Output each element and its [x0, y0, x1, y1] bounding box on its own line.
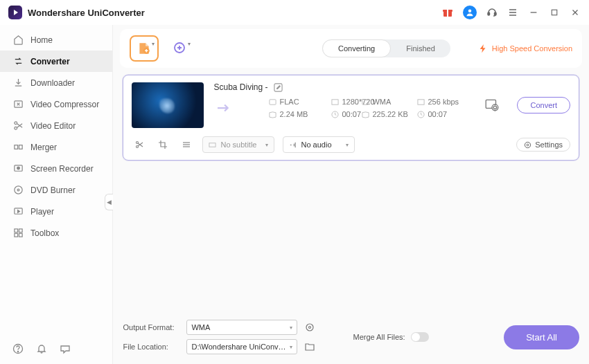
subtitle-value: No subtitle	[220, 140, 256, 149]
convert-button[interactable]: Convert	[517, 97, 570, 113]
sidebar-label: Merger	[30, 143, 57, 152]
svg-rect-26	[19, 233, 22, 237]
svg-rect-35	[418, 99, 424, 104]
svg-rect-5	[495, 12, 497, 15]
dst-size: 225.22 KB	[372, 110, 407, 118]
crop-icon[interactable]	[155, 137, 170, 152]
file-card: Scuba Diving - FLAC 1280*720 WMA 256 kbp…	[123, 75, 579, 161]
trim-icon[interactable]	[132, 137, 147, 152]
sidebar-item-dvd[interactable]: DVD Burner	[0, 179, 112, 201]
close-icon[interactable]	[570, 7, 581, 18]
compress-icon	[12, 99, 24, 110]
high-speed-button[interactable]: High Speed Conversion	[478, 44, 572, 53]
svg-rect-46	[209, 143, 216, 147]
sidebar-label: Home	[30, 35, 53, 45]
arrow-icon	[213, 102, 234, 114]
svg-point-49	[306, 324, 313, 331]
sidebar-item-home[interactable]: Home	[0, 29, 112, 51]
sidebar-item-recorder[interactable]: Screen Recorder	[0, 158, 112, 179]
svg-rect-16	[14, 145, 17, 149]
settings-label: Settings	[535, 140, 563, 149]
audio-dropdown[interactable]: No audio ▾	[283, 136, 355, 153]
user-avatar-icon[interactable]	[463, 6, 477, 19]
more-icon[interactable]	[179, 137, 194, 152]
src-size: 2.24 MB	[279, 110, 308, 118]
chevron-down-icon: ▾	[290, 344, 292, 350]
collapse-sidebar-icon[interactable]: ◀	[105, 194, 113, 210]
bell-icon[interactable]	[36, 343, 47, 354]
tab-finished[interactable]: Finished	[391, 39, 450, 57]
support-icon[interactable]	[486, 7, 498, 18]
edit-title-icon[interactable]	[274, 83, 283, 92]
app-title: Wondershare UniConverter	[28, 8, 145, 18]
toolbar: ▾ ▾ Converting Finished High Speed Conve…	[120, 29, 582, 68]
sidebar-label: Converter	[30, 57, 70, 66]
chevron-down-icon: ▾	[290, 325, 292, 331]
svg-rect-25	[14, 233, 17, 237]
menu-icon[interactable]	[507, 7, 518, 18]
feedback-icon[interactable]	[60, 343, 71, 354]
svg-point-47	[525, 142, 531, 147]
src-duration: 00:07	[342, 110, 361, 118]
output-format-value: WMA	[191, 323, 210, 331]
chevron-down-icon: ▾	[188, 41, 191, 47]
sidebar-item-merger[interactable]: Merger	[0, 136, 112, 158]
status-tabs: Converting Finished	[322, 39, 450, 57]
dst-format: WMA	[372, 98, 391, 106]
titlebar-left: Wondershare UniConverter	[8, 6, 145, 19]
scissors-icon	[12, 120, 24, 131]
sidebar-item-toolbox[interactable]: Toolbox	[0, 222, 112, 244]
audio-value: No audio	[301, 140, 331, 149]
sidebar-item-editor[interactable]: Video Editor	[0, 115, 112, 136]
svg-point-3	[468, 10, 472, 13]
add-url-button[interactable]: ▾	[166, 35, 195, 62]
file-location-dropdown[interactable]: D:\Wondershare UniConverter 1 ▾	[186, 339, 297, 354]
add-file-button[interactable]: ▾	[130, 35, 159, 62]
merge-toggle[interactable]	[411, 332, 429, 342]
help-icon[interactable]	[12, 343, 24, 354]
start-all-button[interactable]: Start All	[504, 325, 579, 349]
chevron-down-icon: ▾	[265, 142, 268, 148]
output-format-dropdown[interactable]: WMA ▾	[186, 320, 297, 335]
sidebar-bottom	[0, 334, 112, 364]
sidebar-label: Video Compressor	[30, 100, 99, 109]
minimize-icon[interactable]	[528, 7, 539, 18]
settings-button[interactable]: Settings	[516, 138, 570, 152]
sidebar-label: Video Editor	[30, 121, 76, 131]
sidebar-item-converter[interactable]: Converter	[0, 51, 112, 72]
svg-point-50	[309, 327, 311, 329]
titlebar-right	[442, 6, 581, 19]
gift-icon[interactable]	[442, 7, 453, 18]
sidebar-label: Downloader	[30, 78, 75, 88]
svg-point-15	[14, 127, 17, 129]
merge-label: Merge All Files:	[353, 333, 405, 341]
converter-icon	[12, 56, 24, 67]
merge-icon	[12, 142, 24, 153]
open-folder-icon[interactable]	[304, 341, 315, 352]
output-settings-icon[interactable]	[482, 95, 502, 115]
subtitle-dropdown[interactable]: No subtitle ▾	[202, 136, 274, 153]
home-icon	[12, 35, 24, 46]
tab-converting[interactable]: Converting	[322, 39, 391, 57]
svg-rect-10	[552, 10, 557, 15]
sidebar-item-downloader[interactable]: Downloader	[0, 72, 112, 93]
app-logo-icon	[8, 6, 22, 19]
sidebar-item-player[interactable]: Player	[0, 201, 112, 222]
chevron-down-icon: ▾	[346, 142, 349, 148]
svg-rect-17	[19, 145, 22, 149]
play-icon	[12, 206, 24, 217]
sidebar-item-compressor[interactable]: Video Compressor	[0, 93, 112, 115]
file-location-value: D:\Wondershare UniConverter 1	[191, 343, 290, 351]
file-thumbnail[interactable]	[132, 82, 204, 128]
svg-point-28	[17, 351, 18, 352]
file-location-label: File Location:	[123, 343, 179, 351]
output-format-label: Output Format:	[123, 323, 179, 331]
svg-point-48	[527, 144, 529, 146]
svg-point-19	[17, 167, 19, 170]
maximize-icon[interactable]	[549, 7, 560, 18]
output-settings-icon[interactable]	[304, 322, 315, 333]
dst-bitrate: 256 kbps	[428, 98, 459, 106]
svg-point-20	[14, 186, 21, 194]
lightning-icon	[478, 44, 488, 53]
high-speed-label: High Speed Conversion	[492, 44, 572, 53]
